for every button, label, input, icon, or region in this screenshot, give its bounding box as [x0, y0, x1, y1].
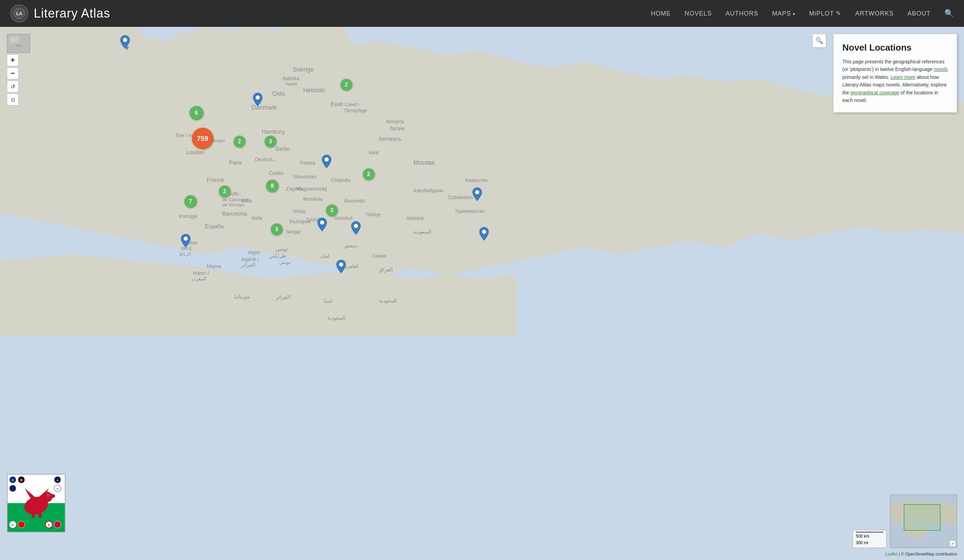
- svg-text:Санкт-: Санкт-: [345, 102, 359, 107]
- svg-text:LA: LA: [16, 11, 23, 16]
- minimap-thumbnail[interactable]: map: [7, 34, 30, 53]
- pin-iran[interactable]: [351, 221, 361, 236]
- svg-text:✚: ✚: [48, 524, 50, 526]
- svg-text:Ширазр: Ширазр: [407, 215, 424, 221]
- pin-egypt[interactable]: [336, 260, 346, 275]
- pin-ukraine[interactable]: [322, 155, 331, 170]
- svg-text:لبنان: لبنان: [321, 253, 329, 259]
- svg-point-97: [47, 495, 49, 496]
- svg-text:Polska: Polska: [300, 160, 316, 166]
- leaflet-link[interactable]: Leaflet: [885, 552, 897, 557]
- cluster-central-europe-2[interactable]: 3: [265, 136, 276, 147]
- svg-text:Paris: Paris: [229, 160, 241, 166]
- svg-text:Italia: Italia: [241, 198, 252, 203]
- nav-links: HOME NOVELS AUTHORS MAPS MiPLOT ✎ ARTWOR…: [651, 9, 954, 18]
- pin-denmark[interactable]: [253, 93, 262, 108]
- svg-point-80: [256, 95, 260, 99]
- nav-artworks[interactable]: ARTWORKS: [855, 10, 894, 17]
- map-search-button[interactable]: 🔍: [813, 34, 826, 47]
- svg-text:Zagreb: Zagreb: [286, 186, 303, 192]
- svg-text:havet: havet: [286, 81, 297, 86]
- svg-text:Беларусь: Беларусь: [379, 136, 402, 142]
- svg-text:map: map: [16, 44, 21, 47]
- svg-text:Italia: Italia: [251, 215, 262, 221]
- nav-about[interactable]: ABOUT: [907, 10, 931, 17]
- scale-km: 500 km: [856, 533, 883, 540]
- svg-text:Berlin: Berlin: [276, 146, 290, 152]
- svg-text:Сирия: Сирия: [372, 253, 386, 259]
- svg-point-85: [482, 230, 486, 234]
- svg-text:Латвія: Латвія: [389, 125, 404, 131]
- attribution: Leaflet | © OpenStreetMap contributors: [885, 552, 957, 557]
- infobox-text: This page presents the geographical refe…: [842, 58, 948, 104]
- svg-text:Hamburg: Hamburg: [262, 129, 285, 135]
- svg-point-88: [123, 38, 127, 42]
- svg-text:السعودية: السعودية: [327, 315, 345, 321]
- svg-text:السعودية: السعودية: [414, 229, 432, 235]
- zoom-in-button[interactable]: +: [7, 54, 19, 66]
- svg-rect-90: [904, 505, 940, 531]
- nav-novels[interactable]: NOVELS: [685, 10, 712, 17]
- cluster-eastern-europe[interactable]: 2: [363, 168, 375, 180]
- nav-miplot[interactable]: MiPLOT ✎: [809, 10, 842, 17]
- map-container[interactable]: Sverige Baltiska havet Oslo Helsinki Ees…: [0, 27, 964, 560]
- svg-rect-98: [32, 512, 34, 518]
- svg-point-86: [320, 220, 324, 225]
- pin-morocco[interactable]: [181, 234, 191, 249]
- geo-coverage-link[interactable]: geographical coverage: [850, 90, 899, 95]
- svg-text:ليبيا: ليبيا: [324, 298, 332, 303]
- svg-text:Skopje: Skopje: [286, 229, 301, 234]
- svg-text:القاهرة: القاهرة: [345, 264, 359, 269]
- svg-text:Eesti: Eesti: [331, 101, 343, 107]
- cluster-london[interactable]: 759: [192, 128, 213, 149]
- svg-text:Азербайджан: Азербайджан: [414, 188, 444, 193]
- svg-text:تونس: تونس: [276, 246, 288, 252]
- svg-text:Baltiska: Baltiska: [283, 76, 300, 81]
- cluster-central-europe-1[interactable]: 2: [234, 136, 245, 147]
- svg-text:موريتانيا: موريتانيا: [234, 294, 250, 300]
- nav-authors[interactable]: AUTHORS: [726, 10, 758, 17]
- cluster-uk-south[interactable]: 6: [189, 106, 203, 120]
- svg-text:▪: ▪: [12, 488, 13, 490]
- scale-mi: 300 mi: [856, 540, 883, 546]
- cluster-south-med[interactable]: 3: [271, 223, 283, 235]
- svg-text:تونس: تونس: [279, 259, 290, 265]
- novels-link[interactable]: novels: [934, 67, 948, 72]
- svg-text:الرباط: الرباط: [179, 251, 191, 257]
- minimap-expand-button[interactable]: ⤢: [949, 540, 956, 547]
- cluster-italy[interactable]: 8: [266, 180, 278, 192]
- svg-point-84: [475, 190, 479, 194]
- map-background: Sverige Baltiska havet Oslo Helsinki Ees…: [0, 27, 964, 560]
- logo-icon[interactable]: LA: [10, 5, 28, 23]
- learn-more-link[interactable]: Learn more: [891, 74, 915, 80]
- svg-text:France: France: [207, 177, 224, 183]
- pin-central-asia[interactable]: [472, 187, 482, 202]
- svg-text:Portugal: Portugal: [179, 213, 197, 219]
- reset-view-button[interactable]: ↺: [7, 81, 19, 92]
- svg-point-106: [54, 521, 61, 528]
- locate-button[interactable]: ⊙: [7, 94, 19, 106]
- svg-text:București: București: [345, 198, 365, 203]
- pin-caucasus[interactable]: [479, 227, 489, 242]
- svg-text:✚: ✚: [12, 524, 14, 526]
- pin-scandinavia[interactable]: [120, 35, 130, 50]
- cluster-russia[interactable]: 2: [340, 79, 352, 91]
- cluster-spain-west[interactable]: 7: [184, 195, 197, 208]
- nav-home[interactable]: HOME: [651, 10, 671, 17]
- svg-text:Barcelona: Barcelona: [222, 211, 247, 217]
- cluster-barcelona[interactable]: 2: [219, 186, 231, 197]
- svg-point-82: [184, 237, 188, 241]
- svg-text:Srbija: Srbija: [293, 208, 305, 214]
- svg-text:Slovensko: Slovensko: [293, 174, 317, 179]
- svg-text:Chișinău: Chișinău: [331, 177, 351, 183]
- svg-text:Maroc /: Maroc /: [193, 270, 209, 276]
- pin-israel[interactable]: [317, 218, 327, 233]
- svg-text:Algérie /: Algérie /: [241, 257, 259, 262]
- zoom-out-button[interactable]: −: [7, 67, 19, 79]
- osm-attribution: © OpenStreetMap contributors: [901, 552, 957, 557]
- search-icon[interactable]: 🔍: [944, 9, 954, 18]
- cluster-turkey[interactable]: 3: [326, 205, 338, 216]
- svg-text:Oslo: Oslo: [272, 90, 285, 97]
- svg-text:السعودية: السعودية: [379, 298, 397, 304]
- nav-maps[interactable]: MAPS: [772, 10, 796, 17]
